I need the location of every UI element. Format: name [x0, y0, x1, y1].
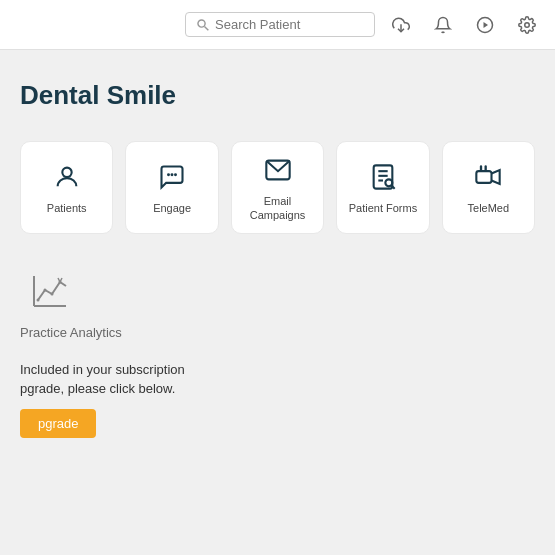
telemed-card[interactable]: TeleMed	[442, 141, 535, 234]
play-icon[interactable]	[469, 9, 501, 41]
telemed-label: TeleMed	[468, 201, 510, 215]
search-box[interactable]	[185, 12, 375, 37]
patients-card[interactable]: Patients	[20, 141, 113, 234]
patient-forms-label: Patient Forms	[349, 201, 417, 215]
svg-point-6	[62, 168, 71, 177]
upgrade-section: Included in your subscription pgrade, pl…	[20, 360, 535, 438]
header	[0, 0, 555, 50]
engage-label: Engage	[153, 201, 191, 215]
email-campaigns-label: Email Campaigns	[240, 194, 315, 223]
patients-label: Patients	[47, 201, 87, 215]
gear-icon[interactable]	[511, 9, 543, 41]
search-input[interactable]	[215, 17, 364, 32]
svg-rect-17	[477, 171, 492, 183]
upgrade-button[interactable]: pgrade	[20, 409, 96, 438]
form-icon	[369, 163, 397, 191]
upgrade-text: Included in your subscription pgrade, pl…	[20, 360, 535, 399]
engage-card[interactable]: Engage	[125, 141, 218, 234]
download-icon[interactable]	[385, 9, 417, 41]
person-icon	[53, 163, 81, 191]
upgrade-text-line2: pgrade, please click below.	[20, 381, 175, 396]
chat-icon	[158, 163, 186, 191]
svg-point-24	[51, 293, 54, 296]
video-icon	[474, 163, 502, 191]
upgrade-text-line1: Included in your subscription	[20, 362, 185, 377]
svg-marker-4	[484, 22, 489, 28]
svg-point-23	[44, 289, 47, 292]
svg-point-5	[525, 22, 530, 27]
svg-point-15	[385, 179, 392, 186]
email-campaigns-card[interactable]: Email Campaigns	[231, 141, 324, 234]
main-content: Dental Smile Patients En	[0, 50, 555, 458]
chart-icon	[20, 264, 80, 319]
patient-forms-card[interactable]: Patient Forms	[336, 141, 429, 234]
svg-line-1	[204, 26, 208, 30]
svg-rect-11	[374, 165, 393, 188]
app-title: Dental Smile	[20, 80, 535, 111]
svg-point-22	[37, 299, 40, 302]
analytics-label: Practice Analytics	[20, 325, 535, 340]
analytics-section[interactable]: Practice Analytics	[20, 264, 535, 340]
svg-point-0	[198, 20, 205, 27]
bell-icon[interactable]	[427, 9, 459, 41]
search-icon	[196, 18, 209, 31]
email-icon	[264, 156, 292, 184]
cards-row: Patients Engage Email Camp	[20, 141, 535, 234]
